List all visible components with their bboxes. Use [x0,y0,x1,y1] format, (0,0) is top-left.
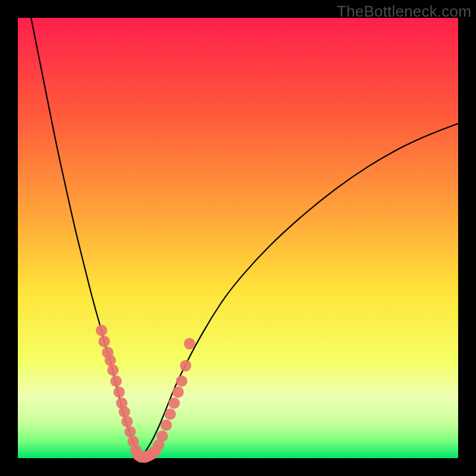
scatter-dot [124,426,136,437]
scatter-dot [121,416,133,427]
scatter-dot [176,375,187,387]
scatter-dot [164,408,176,419]
scatter-dot [114,386,125,397]
chart-frame: TheBottleneck.com [0,0,476,476]
scatter-dot [161,419,172,431]
scatter-dot [156,430,168,441]
scatter-dot [118,406,130,418]
scatter-dot [110,375,121,387]
chart-svg [18,18,458,458]
scatter-dot [98,336,109,347]
curve-bottleneck-curve-right [141,124,458,458]
scatter-dot [180,360,191,371]
scatter-dot [168,397,180,409]
scatter-dot [107,364,118,375]
scatter-dot [105,355,116,366]
scatter-dot [173,386,184,397]
watermark-text: TheBottleneck.com [337,2,471,21]
scatter-dot [184,338,195,349]
scatter-dot [96,325,107,336]
plot-area [18,18,458,458]
